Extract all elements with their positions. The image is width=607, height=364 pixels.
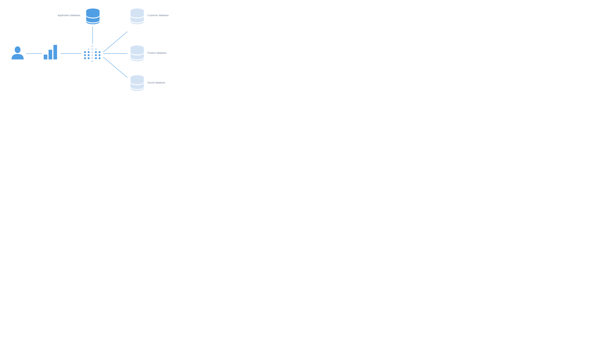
svg-point-9 <box>95 48 97 50</box>
svg-line-28 <box>103 32 127 52</box>
svg-point-12 <box>91 51 93 53</box>
svg-point-23 <box>95 57 97 59</box>
bar-chart-icon <box>44 44 58 59</box>
svg-point-15 <box>84 54 86 56</box>
svg-rect-4 <box>54 45 57 59</box>
architecture-diagram: Application database Customer database P… <box>0 0 177 92</box>
database-icon-faded <box>131 45 144 61</box>
connector-line <box>103 57 127 78</box>
connector-line <box>26 53 42 54</box>
svg-point-18 <box>95 54 97 56</box>
svg-point-8 <box>91 48 93 50</box>
svg-point-21 <box>88 57 90 59</box>
product-database-label: Product database <box>148 52 167 54</box>
svg-point-25 <box>91 60 93 62</box>
connector-line <box>91 27 94 44</box>
svg-point-20 <box>84 57 86 59</box>
svg-point-17 <box>91 54 93 56</box>
customer-database-label: Customer database <box>148 14 169 17</box>
svg-point-16 <box>88 54 90 56</box>
svg-point-14 <box>99 51 101 53</box>
metabase-logo-icon <box>84 45 101 64</box>
svg-point-13 <box>95 51 97 53</box>
connector-line <box>103 53 127 54</box>
connector-line <box>103 32 127 52</box>
database-icon <box>86 9 100 24</box>
svg-point-7 <box>88 48 90 50</box>
database-icon-faded <box>131 9 144 24</box>
svg-point-22 <box>91 57 93 59</box>
svg-point-6 <box>91 45 93 47</box>
database-icon-faded <box>131 75 144 91</box>
svg-line-30 <box>103 57 127 78</box>
user-icon <box>12 46 24 59</box>
svg-point-19 <box>99 54 101 56</box>
svg-rect-3 <box>49 50 52 59</box>
svg-point-24 <box>99 57 101 59</box>
application-database-label: Application database <box>58 14 80 17</box>
connector-line <box>61 53 81 54</box>
svg-rect-2 <box>44 55 47 59</box>
svg-point-10 <box>84 51 86 53</box>
svg-point-11 <box>88 51 90 53</box>
secret-database-label: Secret database <box>148 81 165 84</box>
svg-point-0 <box>15 46 21 53</box>
